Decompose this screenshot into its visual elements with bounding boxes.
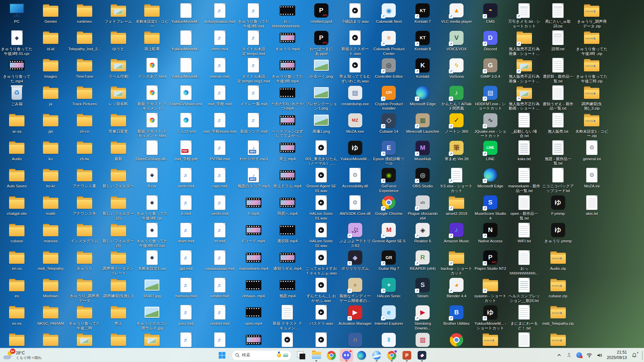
desktop-icon[interactable]: CPI↗Crypton Product Installer [372, 85, 406, 111]
desktop-icon[interactable]: ↗backup - ショートカット [440, 249, 473, 276]
desktop-icon[interactable]: PNT2↗Piapro Studio NT2 [474, 249, 507, 271]
desktop-icon[interactable]: きゅうり.mp4 [271, 30, 304, 52]
desktop-icon[interactable]: ◆↗ポリリリリズム [338, 249, 372, 271]
desktop-icon[interactable]: ko-kr [34, 167, 67, 189]
desktop-icon[interactable]: ▶小銭詰まり.wav [338, 2, 372, 24]
desktop-icon[interactable]: B↗Brother Utilities [440, 304, 473, 326]
desktop-icon[interactable]: ↗airset2-2019 [440, 194, 473, 216]
desktop-icon[interactable]: ◉↗Cakewalk Next [372, 2, 406, 24]
accessibility-person-icon[interactable] [565, 350, 574, 360]
desktop-icon[interactable]: open.mp4 [237, 304, 270, 326]
taskbar-mono-squares-app[interactable] [294, 349, 308, 362]
desktop-icon[interactable]: まにまにわーるど！.txt [507, 304, 541, 331]
desktop-icon[interactable]: ▶こってゅｈｄすおｆｄｓｂふぉ.wav [305, 249, 338, 276]
taskbar-file-explorer[interactable] [310, 349, 323, 362]
desktop-icon[interactable]: Mixdown [34, 277, 67, 299]
volume-icon[interactable] [595, 350, 604, 360]
desktop-icon[interactable]: ♬rajio.mid [203, 167, 236, 189]
desktop-icon[interactable]: 新規 テキスト ドキュメント (2).html [135, 85, 169, 111]
desktop-icon[interactable]: 名称未設定1 - コピー [135, 2, 169, 29]
show-desktop-strip[interactable] [642, 351, 643, 360]
desktop-icon[interactable]: ♬meroin.mid [203, 57, 236, 79]
desktop-icon[interactable]: ♬タイトル未設定.tempo.mid [237, 30, 270, 56]
taskbar-powerpoint[interactable]: P [400, 349, 414, 362]
desktop-icon[interactable]: OpenCvSharp.dll... [135, 140, 169, 162]
desktop-icon[interactable]: ラベル印刷 [102, 57, 135, 79]
desktop-icon[interactable]: 営業日変更 [102, 112, 135, 134]
desktop-icon[interactable]: ▶HALion Sonic 02.wav [305, 222, 338, 248]
desktop-icon[interactable]: 新規 テキスト ドキュメント.musicxml [271, 304, 304, 331]
desktop-icon[interactable]: ↗無人販売不正行為画像 - ショートカット [507, 57, 541, 84]
desktop-icon[interactable]: 羽尻へ.mp4 [271, 194, 304, 216]
desktop-icon[interactable]: 死にたい_ゅ歌詞.txt [541, 2, 575, 29]
desktop-icon[interactable]: ↗9.5.xlsx - ショートカット [440, 167, 473, 193]
desktop-icon[interactable]: Telepathy_Inst_2... [68, 30, 101, 52]
desktop-icon[interactable]: ♬gpt.mid [169, 249, 203, 271]
desktop-icon[interactable]: 新規 テキスト ドキュメント.html [135, 112, 169, 139]
desktop-icon[interactable]: ▥ [406, 332, 439, 349]
desktop-icon[interactable]: Fコード.mp4 [237, 222, 270, 244]
desktop-icon[interactable]: 通知うぜえ.mp4 [271, 249, 304, 271]
desktop-icon[interactable]: 井上.mp4 [271, 140, 304, 162]
desktop-icon[interactable]: malib [34, 194, 67, 216]
desktop-icon[interactable]: ◈↗Reaktor 6 [406, 222, 439, 244]
desktop-icon[interactable]: runtimes [68, 2, 101, 24]
desktop-icon[interactable]: open - 親作品一覧.txt [507, 194, 541, 221]
desktop-icon[interactable]: ↗Microsoft Edge [474, 167, 507, 189]
desktop-icon[interactable]: ⚙Accessibility.dll [338, 167, 372, 189]
desktop-icon[interactable]: ゆF.ymmp [541, 194, 575, 216]
desktop-icon[interactable]: ♬メドレー風.mid [237, 85, 270, 107]
desktop-icon[interactable]: ♬mero.mid [203, 30, 236, 52]
desktop-icon[interactable]: PDFmid_学校.pdf [169, 140, 203, 162]
desktop-icon[interactable]: 選択肢 - 親作品一覧.txt [541, 57, 575, 84]
desktop-icon[interactable]: e↗Internet Explorer [372, 304, 406, 326]
desktop-icon[interactable]: ▶ [305, 332, 338, 349]
desktop-icon[interactable]: ◎↗OBS Studio [406, 167, 439, 189]
desktop-icon[interactable]: ▶001_東北きりたん（ノーマル）_今じゃ... [305, 140, 338, 166]
desktop-icon[interactable]: chatgpt-site [0, 194, 34, 216]
desktop-icon[interactable]: ϟ↗VoiSona [440, 57, 473, 79]
desktop-icon[interactable]: ⚙MoZA.ini [575, 167, 608, 189]
desktop-icon[interactable]: だれだFXいれたやつ.mp4 [271, 85, 304, 111]
desktop-icon[interactable]: ∿↗JQuake.exe - ショートカット [474, 112, 507, 139]
tray-app-notification-icon[interactable] [575, 350, 584, 360]
wifi-icon[interactable] [585, 350, 594, 360]
desktop-icon[interactable]: ▤createdump.exe [338, 85, 372, 107]
desktop-icon[interactable]: R↗REAPER (x64) [406, 249, 439, 271]
desktop-icon[interactable]: 調声練習(失敗)_3 [102, 277, 135, 299]
desktop-icon[interactable] [440, 332, 473, 349]
desktop-icon[interactable]: jijii [34, 112, 67, 134]
desktop-icon[interactable]: ◆9.cpr [135, 167, 169, 189]
desktop-icon[interactable]: インスタグラム [68, 222, 101, 244]
desktop-icon[interactable]: 新しいフォルダー (2) [102, 194, 135, 221]
desktop-icon[interactable]: 筆↗筆まめ Ver.28 [440, 140, 473, 162]
desktop-icon[interactable]: ♬sirofo.mid [203, 194, 236, 216]
desktop-icon[interactable]: 調声練習(失敗)_3.zip [575, 85, 608, 111]
desktop-icon[interactable]: ↗Microsoft Edge [406, 85, 439, 107]
desktop-icon[interactable]: ♬umibet.mid [203, 304, 236, 326]
desktop-icon[interactable]: Track Pictures [68, 85, 101, 107]
desktop-icon[interactable] [0, 332, 34, 349]
desktop-icon[interactable]: 井上ドラム.mp4 [271, 167, 304, 189]
desktop-icon[interactable]: ♪MP3無題のスコア.mp3 [237, 167, 270, 189]
desktop-icon[interactable]: 画像1.png [305, 112, 338, 134]
desktop-icon[interactable]: KT↗Kontakt 7 [406, 2, 439, 24]
desktop-icon[interactable]: ♬b.mid [169, 194, 203, 216]
desktop-icon[interactable]: YukkuriMovieM... [169, 30, 203, 52]
desktop-icon[interactable]: ♬uaaaaaaaaa.mid [203, 249, 236, 271]
desktop-icon[interactable]: ↗無人販売不正行為動画 - ショートカット [507, 85, 541, 111]
desktop-icon[interactable]: ♬kotusytuaaus.mid [203, 2, 236, 24]
desktop-icon[interactable]: ♪↗Amazon Music [440, 222, 473, 244]
desktop-icon[interactable]: GR↗Guitar Rig 7 [372, 249, 406, 271]
desktop-icon[interactable]: アナウンス冬 [68, 194, 101, 216]
desktop-icon[interactable]: PNT2おーばーまにあ.ppsf [305, 30, 338, 56]
desktop-icon[interactable]: くらび.xml [169, 112, 203, 134]
desktop-icon[interactable]: ▶Groove Agent SE 01.wav [305, 167, 338, 193]
desktop-icon[interactable]: ♬umibe.mid [203, 277, 236, 299]
desktop-icon[interactable]: ▶↗Activation Manager [338, 304, 372, 326]
desktop-icon[interactable]: ゆYukkuriMovieM... [338, 140, 372, 162]
desktop-icon[interactable]: NKSC_PARAM [34, 304, 67, 326]
desktop-icon[interactable]: manisekarin.mp4 [237, 249, 270, 271]
desktop-icon[interactable] [237, 332, 270, 349]
desktop-icon[interactable]: Audio [0, 140, 34, 162]
